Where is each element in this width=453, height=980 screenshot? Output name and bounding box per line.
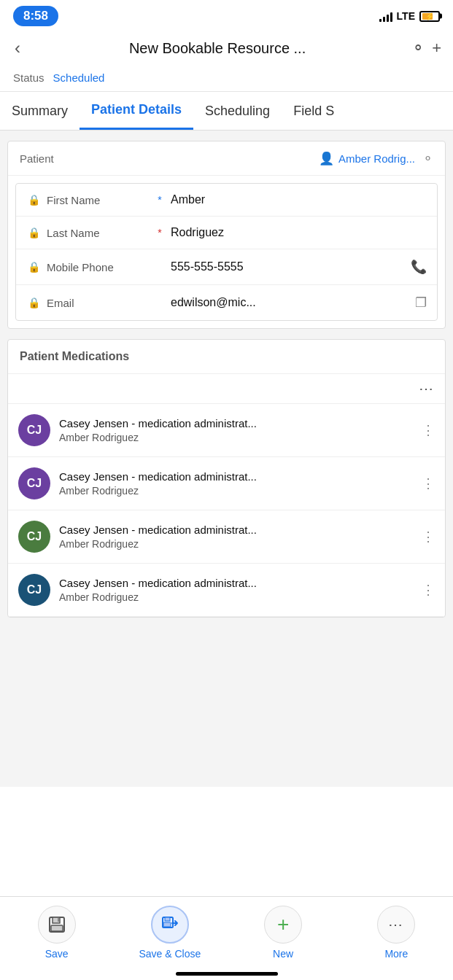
- lock-icon-last-name: 🔒: [26, 227, 41, 238]
- main-content: Patient 👤 Amber Rodrig... ⚬ 🔒 First Name…: [0, 131, 453, 787]
- save-button[interactable]: Save: [0, 906, 113, 960]
- patient-card-header: Patient 👤 Amber Rodrig... ⚬: [8, 141, 445, 176]
- patient-icon: 👤: [319, 151, 334, 166]
- last-name-row: 🔒 Last Name * Rodriguez: [16, 217, 437, 249]
- more-icon: ⋯: [377, 906, 415, 944]
- header-title: New Bookable Resource ...: [31, 40, 404, 57]
- status-icons: LTE ⚡: [379, 10, 440, 22]
- med-info-4: Casey Jensen - medication administrat...…: [59, 577, 413, 603]
- med-info-1: Casey Jensen - medication administrat...…: [59, 417, 413, 443]
- status-value: Scheduled: [53, 71, 105, 84]
- med-options-1[interactable]: ⋮: [422, 422, 435, 438]
- tabs-container: Summary Patient Details Scheduling Field…: [0, 92, 453, 131]
- med-subtitle-2: Amber Rodriguez: [59, 485, 413, 497]
- email-label: Email: [47, 297, 149, 309]
- first-name-required: *: [155, 194, 165, 206]
- avatar-4: CJ: [18, 574, 50, 606]
- medications-toolbar: ⋯: [8, 374, 445, 404]
- new-label: New: [273, 948, 293, 960]
- medications-menu-button[interactable]: ⋯: [419, 380, 435, 397]
- patient-card: Patient 👤 Amber Rodrig... ⚬ 🔒 First Name…: [7, 141, 446, 329]
- tab-summary[interactable]: Summary: [0, 93, 80, 129]
- back-button[interactable]: ‹: [12, 35, 23, 61]
- new-button[interactable]: + New: [227, 906, 340, 960]
- med-info-3: Casey Jensen - medication administrat...…: [59, 524, 413, 550]
- medication-item-4: CJ Casey Jensen - medication administrat…: [8, 564, 445, 617]
- patient-search-button[interactable]: ⚬: [422, 150, 433, 166]
- tab-scheduling[interactable]: Scheduling: [193, 93, 282, 129]
- plus-icon: +: [277, 913, 289, 936]
- medication-item-3: CJ Casey Jensen - medication administrat…: [8, 510, 445, 564]
- avatar-1: CJ: [18, 414, 50, 446]
- home-indicator: [176, 972, 278, 976]
- status-row: Status Scheduled: [0, 69, 453, 92]
- first-name-row: 🔒 First Name * Amber: [16, 184, 437, 217]
- header-nav: ‹ New Bookable Resource ... ⚬ +: [0, 31, 453, 69]
- header-search-icon[interactable]: ⚬: [411, 39, 425, 58]
- lock-icon-mobile: 🔒: [26, 261, 41, 273]
- tab-patient-details[interactable]: Patient Details: [80, 92, 193, 130]
- save-close-icon: [151, 906, 189, 944]
- first-name-value: Amber: [171, 193, 427, 206]
- bottom-toolbar: Save Save & Close + New ⋯ More: [0, 896, 453, 980]
- lightning-icon: ⚡: [425, 12, 434, 20]
- avatar-2: CJ: [18, 467, 50, 499]
- mobile-phone-row: 🔒 Mobile Phone 555-555-5555 📞: [16, 249, 437, 285]
- medication-item-2: CJ Casey Jensen - medication administrat…: [8, 457, 445, 510]
- status-time: 8:58: [13, 6, 58, 26]
- patient-name: Amber Rodrig...: [338, 152, 415, 165]
- svg-rect-5: [165, 917, 170, 921]
- lock-icon-email: 🔒: [26, 297, 41, 308]
- patient-link[interactable]: 👤 Amber Rodrig...: [319, 151, 415, 166]
- med-options-4[interactable]: ⋮: [422, 582, 435, 598]
- email-row: 🔒 Email edwilson@mic... ❐: [16, 285, 437, 320]
- med-title-1: Casey Jensen - medication administrat...: [59, 417, 413, 429]
- battery-icon: ⚡: [419, 11, 440, 22]
- call-button[interactable]: 📞: [411, 259, 427, 275]
- lte-label: LTE: [397, 10, 415, 22]
- new-icon: +: [264, 906, 302, 944]
- status-bar: 8:58 LTE ⚡: [0, 0, 453, 31]
- more-button[interactable]: ⋯ More: [340, 906, 453, 960]
- save-icon: [38, 906, 76, 944]
- save-close-label: Save & Close: [139, 948, 201, 960]
- last-name-value: Rodriguez: [171, 226, 427, 239]
- svg-rect-2: [51, 925, 63, 931]
- mobile-phone-label: Mobile Phone: [47, 261, 149, 273]
- lock-icon-first-name: 🔒: [26, 194, 41, 206]
- tab-field-s[interactable]: Field S: [282, 93, 346, 129]
- svg-rect-3: [58, 918, 59, 922]
- save-close-button[interactable]: Save & Close: [113, 906, 226, 960]
- med-options-2[interactable]: ⋮: [422, 475, 435, 491]
- med-title-4: Casey Jensen - medication administrat...: [59, 577, 413, 589]
- save-label: Save: [45, 948, 69, 960]
- med-info-2: Casey Jensen - medication administrat...…: [59, 470, 413, 497]
- medications-header: Patient Medications: [8, 340, 445, 374]
- med-subtitle-4: Amber Rodriguez: [59, 591, 413, 603]
- first-name-label: First Name: [47, 194, 149, 206]
- last-name-required: *: [155, 227, 165, 238]
- patient-label: Patient: [20, 152, 311, 165]
- svg-rect-6: [163, 922, 171, 927]
- signal-bars-icon: [379, 10, 392, 22]
- med-title-2: Casey Jensen - medication administrat...: [59, 470, 413, 483]
- mobile-phone-value: 555-555-5555: [171, 260, 405, 273]
- email-value: edwilson@mic...: [171, 296, 409, 309]
- header-plus-button[interactable]: +: [432, 39, 441, 58]
- more-label: More: [384, 948, 408, 960]
- med-subtitle-3: Amber Rodriguez: [59, 538, 413, 550]
- avatar-3: CJ: [18, 521, 50, 553]
- email-button[interactable]: ❐: [415, 295, 427, 311]
- patient-form: 🔒 First Name * Amber 🔒 Last Name * Rodri…: [15, 183, 438, 321]
- last-name-label: Last Name: [47, 227, 149, 239]
- ellipsis-icon: ⋯: [388, 916, 404, 933]
- med-options-3[interactable]: ⋮: [422, 529, 435, 545]
- medications-card: Patient Medications ⋯ CJ Casey Jensen - …: [7, 339, 446, 618]
- med-subtitle-1: Amber Rodriguez: [59, 432, 413, 443]
- medication-item-1: CJ Casey Jensen - medication administrat…: [8, 404, 445, 457]
- med-title-3: Casey Jensen - medication administrat...: [59, 524, 413, 536]
- status-label: Status: [13, 71, 44, 84]
